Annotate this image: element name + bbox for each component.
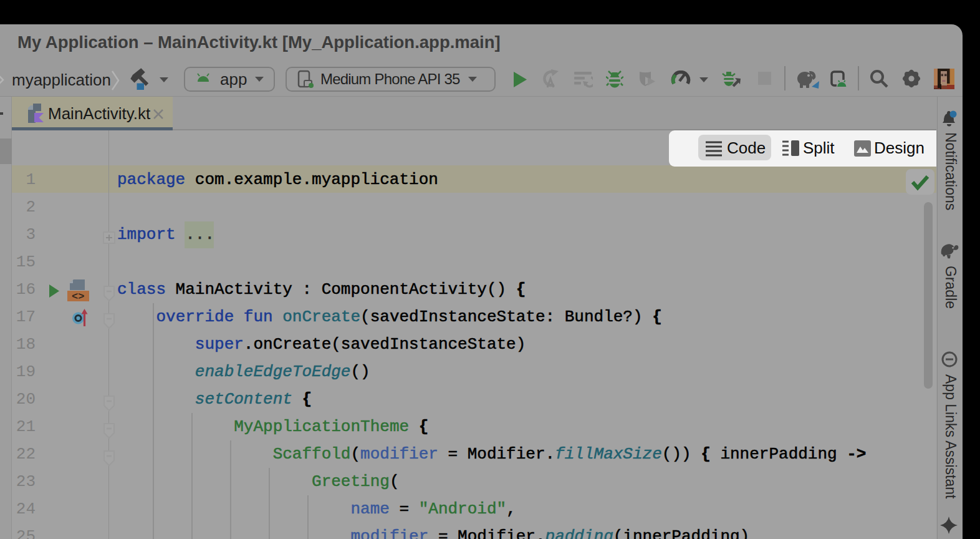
svg-text:<>: <> <box>72 291 84 301</box>
